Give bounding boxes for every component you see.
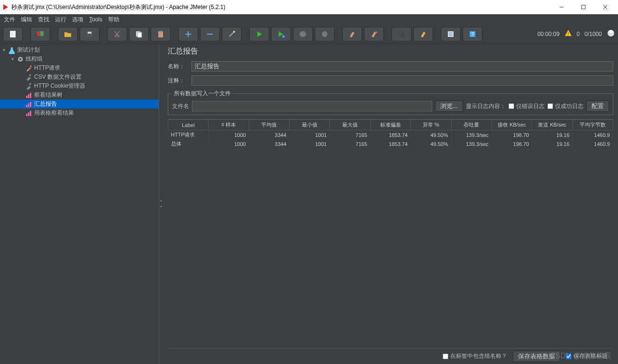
tree-item[interactable]: HTTP Cookie管理器 (0, 82, 159, 91)
svg-rect-43 (28, 103, 29, 107)
menu-options[interactable]: 选项 (72, 16, 83, 24)
stop-icon[interactable] (293, 27, 313, 41)
menu-file[interactable]: 文件 (4, 16, 15, 24)
table-row[interactable]: HTTP请求10003344100171651853.7449.50%139.3… (168, 130, 613, 140)
svg-rect-40 (28, 94, 29, 98)
tree-item[interactable]: 汇总报告 (0, 100, 159, 109)
name-label: 名称： (168, 63, 189, 71)
table-row[interactable]: 总体10003344100171651853.7449.50%139.3/sec… (168, 139, 613, 148)
show-log-label: 显示日志内容： (466, 102, 506, 110)
run-no-pause-icon[interactable] (271, 27, 291, 41)
toolbar: ? 00:00:09 ! 0 0/1000 (0, 25, 618, 44)
tree-item[interactable]: 察看结果树 (0, 91, 159, 100)
column-header[interactable]: 最小值 (290, 120, 330, 130)
svg-rect-44 (30, 102, 31, 107)
menu-run[interactable]: 运行 (55, 16, 66, 24)
bottom-bar: 在标签中包含组名称？ 保存表格数据 保存表格标题 (168, 348, 613, 364)
column-header[interactable]: 发送 KB/sec (532, 120, 573, 130)
remove-icon[interactable] (200, 27, 220, 41)
menu-tools[interactable]: Tools (89, 16, 102, 23)
paste-icon[interactable] (151, 27, 171, 41)
window-titlebar: 秒杀测试.jmx (C:\Users\Administrator\Desktop… (0, 0, 618, 14)
column-header[interactable]: 平均字节数 (573, 120, 613, 130)
svg-point-35 (609, 30, 613, 33)
svg-rect-39 (26, 96, 27, 98)
cut-icon[interactable] (107, 27, 127, 41)
panel-heading: 汇总报告 (168, 46, 613, 56)
search-icon[interactable] (391, 27, 411, 41)
svg-point-23 (375, 31, 377, 33)
clear-icon[interactable] (342, 27, 362, 41)
run-icon[interactable] (249, 27, 269, 41)
column-header[interactable]: # 样本 (209, 120, 249, 130)
svg-rect-8 (88, 32, 91, 34)
open-icon[interactable] (58, 27, 78, 41)
wand-icon[interactable] (222, 27, 242, 41)
tree-item[interactable]: CSV 数据文件设置 (0, 73, 159, 82)
copy-icon[interactable] (129, 27, 149, 41)
svg-text:?: ? (471, 31, 474, 37)
templates-icon[interactable] (30, 27, 50, 41)
maximize-button[interactable] (573, 0, 594, 14)
help-icon[interactable]: ? (463, 27, 482, 41)
tree-item[interactable]: ▼线程组 (0, 55, 159, 64)
tree-item[interactable]: HTTP请求 (0, 64, 159, 73)
save-table-button[interactable]: 保存表格数据 (513, 351, 560, 362)
new-icon[interactable] (3, 27, 23, 41)
svg-point-38 (30, 65, 32, 67)
tree-panel[interactable]: ▼测试计划▼线程组HTTP请求CSV 数据文件设置HTTP Cookie管理器察… (0, 44, 159, 364)
include-group-checkbox[interactable]: 在标签中包含组名称？ (443, 352, 507, 360)
column-header[interactable]: 异常 % (411, 120, 451, 130)
svg-rect-41 (30, 93, 31, 98)
column-header[interactable]: Label (168, 120, 209, 130)
tree-item[interactable]: ▼测试计划 (0, 46, 159, 55)
filename-input[interactable] (192, 101, 432, 111)
file-fieldset-legend: 所有数据写入一个文件 (172, 90, 233, 98)
name-input[interactable] (191, 61, 613, 72)
success-only-checkbox[interactable]: 仅成功日志 (547, 102, 583, 110)
filename-label: 文件名 (172, 102, 189, 110)
save-header-checkbox[interactable]: 保存表格标题 (566, 352, 608, 360)
reset-search-icon[interactable] (413, 27, 433, 41)
menu-bar: 文件 编辑 查找 运行 选项 Tools 帮助 (0, 14, 618, 25)
svg-rect-5 (37, 31, 40, 36)
add-icon[interactable] (178, 27, 198, 41)
clear-all-icon[interactable] (364, 27, 384, 41)
svg-point-19 (233, 31, 235, 33)
menu-help[interactable]: 帮助 (108, 16, 119, 24)
app-icon (2, 3, 9, 11)
summary-table[interactable]: Label# 样本平均值最小值最大值标准偏差异常 %吞吐量接收 KB/sec发送… (168, 119, 613, 348)
close-button[interactable] (594, 0, 616, 14)
save-icon[interactable] (80, 27, 100, 41)
shutdown-icon[interactable] (315, 27, 335, 41)
configure-button[interactable]: 配置 (586, 100, 609, 112)
column-header[interactable]: 吞吐量 (451, 120, 491, 130)
svg-rect-4 (10, 31, 16, 37)
svg-point-20 (282, 35, 285, 38)
detail-panel: 汇总报告 名称： 注释： 所有数据写入一个文件 文件名 浏览... 显示日志内容… (163, 44, 618, 364)
svg-rect-47 (30, 111, 31, 116)
column-header[interactable]: 标准偏差 (370, 120, 410, 130)
svg-text:!: ! (567, 31, 569, 36)
menu-edit[interactable]: 编辑 (21, 16, 32, 24)
browse-button[interactable]: 浏览... (435, 100, 463, 112)
menu-search[interactable]: 查找 (38, 16, 49, 24)
column-header[interactable]: 最大值 (330, 120, 370, 130)
errors-only-checkbox[interactable]: 仅错误日志 (509, 102, 545, 110)
column-header[interactable]: 平均值 (249, 120, 289, 130)
splitter[interactable] (159, 44, 163, 364)
function-helper-icon[interactable] (441, 27, 461, 41)
status-errors: 0 (577, 31, 580, 37)
tree-item[interactable]: 用表格察看结果 (0, 109, 159, 118)
svg-rect-1 (582, 5, 585, 9)
svg-rect-14 (159, 31, 162, 32)
file-fieldset: 所有数据写入一个文件 文件名 浏览... 显示日志内容： 仅错误日志 仅成功日志… (168, 90, 613, 115)
svg-marker-21 (300, 31, 306, 37)
minimize-button[interactable] (551, 0, 573, 14)
window-title: 秒杀测试.jmx (C:\Users\Administrator\Desktop… (11, 3, 551, 11)
warning-icon[interactable]: ! (564, 29, 572, 38)
comment-input[interactable] (191, 75, 613, 86)
column-header[interactable]: 接收 KB/sec (491, 120, 532, 130)
svg-point-22 (322, 31, 327, 37)
svg-rect-45 (26, 114, 27, 116)
